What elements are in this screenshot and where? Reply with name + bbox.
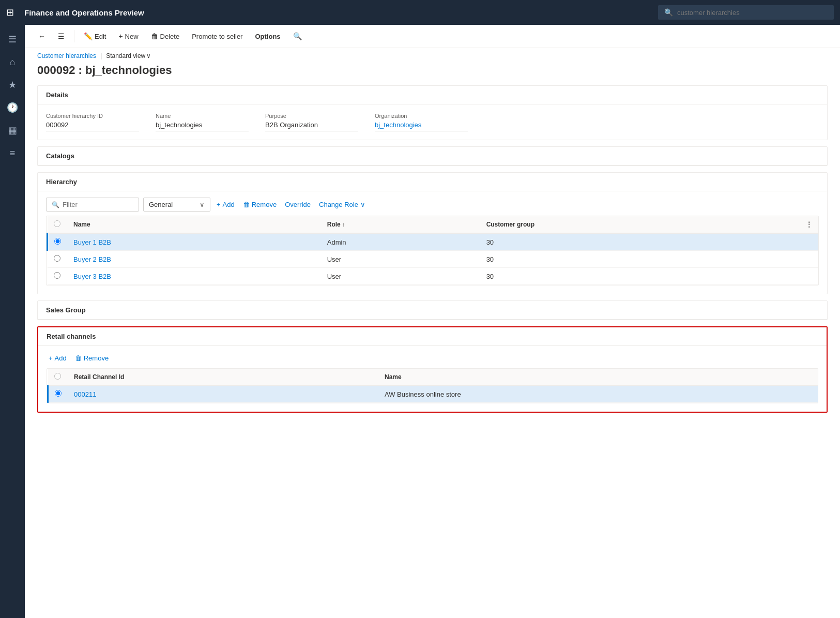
menu-button[interactable]: ☰ <box>53 29 70 43</box>
hierarchy-add-label: Add <box>223 201 235 208</box>
delete-button[interactable]: 🗑 Delete <box>146 29 185 43</box>
details-section: Details Customer hierarchy ID 000092 Nam… <box>37 85 828 140</box>
row-name-cell[interactable]: Buyer 1 B2B <box>67 233 321 251</box>
toolbar-divider-1 <box>74 30 74 42</box>
col-select <box>48 369 68 386</box>
row-role-cell: User <box>321 251 480 268</box>
row-role-cell: User <box>321 268 480 285</box>
col-retail-name-header: Name <box>378 369 818 386</box>
row-customer-group-cell: 30 <box>480 233 818 251</box>
plus-icon: + <box>118 32 123 40</box>
catalogs-section: Catalogs <box>37 146 828 166</box>
sidebar-item-recent[interactable]: 🕐 <box>2 97 23 118</box>
chevron-down-icon: ∨ <box>146 52 151 59</box>
col-select <box>48 216 68 233</box>
breadcrumb-link[interactable]: Customer hierarchies <box>37 52 96 59</box>
table-row: Buyer 2 B2B User 30 <box>48 251 819 268</box>
field-value-name: bj_technologies <box>156 121 249 131</box>
hierarchy-change-role-label: Change Role <box>319 201 358 208</box>
hierarchy-table-header-row: Name Role ↑ Customer group ⋮ <box>48 216 819 233</box>
retail-add-label: Add <box>55 354 67 362</box>
row-name-cell[interactable]: Buyer 3 B2B <box>67 268 321 285</box>
hierarchy-section: Hierarchy 🔍 General ∨ + Add 🗑 Remove <box>37 172 828 294</box>
breadcrumb: Customer hierarchies | Standard view ∨ <box>25 48 840 62</box>
table-row: Buyer 1 B2B Admin 30 <box>48 233 819 251</box>
general-dropdown[interactable]: General ∨ <box>143 198 210 212</box>
row-select-cell[interactable] <box>48 251 68 268</box>
row-radio[interactable] <box>55 390 62 397</box>
new-button[interactable]: + New <box>113 29 143 43</box>
toolbar-search-icon: 🔍 <box>293 32 302 40</box>
retail-table-head: Retail Channel Id Name <box>48 369 818 386</box>
col-name-header: Name <box>67 216 321 233</box>
col-role-header: Role ↑ <box>321 216 480 233</box>
hierarchy-table-body: Buyer 1 B2B Admin 30 Buyer 2 B2B User 30 <box>48 233 819 285</box>
row-customer-group-cell: 30 <box>480 251 818 268</box>
menu-icon: ☰ <box>58 32 65 40</box>
page-title: 000092 : bj_technologies <box>25 62 840 85</box>
breadcrumb-separator: | <box>100 52 102 59</box>
hierarchy-remove-button[interactable]: 🗑 Remove <box>241 199 279 210</box>
col-customer-group-header: Customer group ⋮ <box>480 216 818 233</box>
filter-input[interactable] <box>63 201 133 208</box>
row-radio[interactable] <box>54 238 61 245</box>
field-organization: Organization bj_technologies <box>375 113 468 131</box>
field-label-purpose: Purpose <box>265 113 358 119</box>
hierarchy-override-button[interactable]: Override <box>283 199 313 210</box>
retail-channels-section-header: Retail channels <box>38 327 827 346</box>
sidebar-item-modules[interactable]: ▦ <box>2 120 23 141</box>
field-value-org[interactable]: bj_technologies <box>375 121 468 131</box>
sidebar-item-menu[interactable]: ☰ <box>2 29 23 50</box>
app-grid-icon[interactable]: ⊞ <box>6 7 14 18</box>
hierarchy-change-role-button[interactable]: Change Role ∨ <box>317 199 368 210</box>
retail-add-button[interactable]: + Add <box>47 352 69 364</box>
row-radio[interactable] <box>54 255 60 262</box>
top-navbar: ⊞ Finance and Operations Preview 🔍 <box>0 0 840 25</box>
toolbar-search-button[interactable]: 🔍 <box>288 29 307 43</box>
sidebar-item-list[interactable]: ≡ <box>2 143 23 163</box>
hierarchy-section-header: Hierarchy <box>38 173 827 191</box>
row-id-cell[interactable]: 000211 <box>68 386 378 403</box>
retail-remove-button[interactable]: 🗑 Remove <box>73 352 111 364</box>
filter-input-wrapper[interactable]: 🔍 <box>46 198 139 212</box>
promote-button[interactable]: Promote to seller <box>187 29 248 43</box>
global-search-input[interactable] <box>677 9 828 17</box>
toolbar: ← ☰ ✏️ Edit + New 🗑 Delete Promote to se… <box>25 25 840 48</box>
field-value-id: 000092 <box>46 121 139 131</box>
retail-table-header-row: Retail Channel Id Name <box>48 369 818 386</box>
row-select-cell[interactable] <box>48 386 68 403</box>
global-search-bar[interactable]: 🔍 <box>658 5 834 20</box>
options-button[interactable]: Options <box>250 29 285 43</box>
sidebar-item-home[interactable]: ⌂ <box>2 52 23 72</box>
new-label: New <box>125 33 139 40</box>
hierarchy-add-button[interactable]: + Add <box>215 199 237 210</box>
breadcrumb-view-selector[interactable]: Standard view ∨ <box>106 52 151 59</box>
row-radio[interactable] <box>54 272 60 279</box>
back-button[interactable]: ← <box>33 29 51 43</box>
hierarchy-table: Name Role ↑ Customer group ⋮ <box>47 216 818 285</box>
select-all-radio[interactable] <box>54 373 61 380</box>
retail-channels-section: Retail channels + Add 🗑 Remove <box>37 326 828 413</box>
column-options-icon[interactable]: ⋮ <box>806 221 812 228</box>
details-section-body: Customer hierarchy ID 000092 Name bj_tec… <box>38 104 827 140</box>
table-row: Buyer 3 B2B User 30 <box>48 268 819 285</box>
row-select-cell[interactable] <box>48 233 68 251</box>
edit-button[interactable]: ✏️ Edit <box>79 29 111 43</box>
select-all-radio[interactable] <box>54 220 60 227</box>
edit-icon: ✏️ <box>84 32 93 40</box>
field-purpose: Purpose B2B Organization <box>265 113 358 131</box>
retail-remove-label: Remove <box>84 354 109 362</box>
sales-group-section-header: Sales Group <box>38 301 827 320</box>
field-label-name: Name <box>156 113 249 119</box>
sort-icon[interactable]: ↑ <box>342 221 345 228</box>
promote-label: Promote to seller <box>192 33 242 40</box>
add-icon: + <box>49 354 53 362</box>
chevron-down-icon: ∨ <box>360 201 365 208</box>
options-label: Options <box>255 33 280 40</box>
sidebar-item-favorites[interactable]: ★ <box>2 74 23 95</box>
row-name-cell[interactable]: Buyer 2 B2B <box>67 251 321 268</box>
table-row: 000211 AW Business online store <box>48 386 818 403</box>
row-select-cell[interactable] <box>48 268 68 285</box>
delete-icon: 🗑 <box>151 32 158 40</box>
trash-icon: 🗑 <box>243 201 250 208</box>
